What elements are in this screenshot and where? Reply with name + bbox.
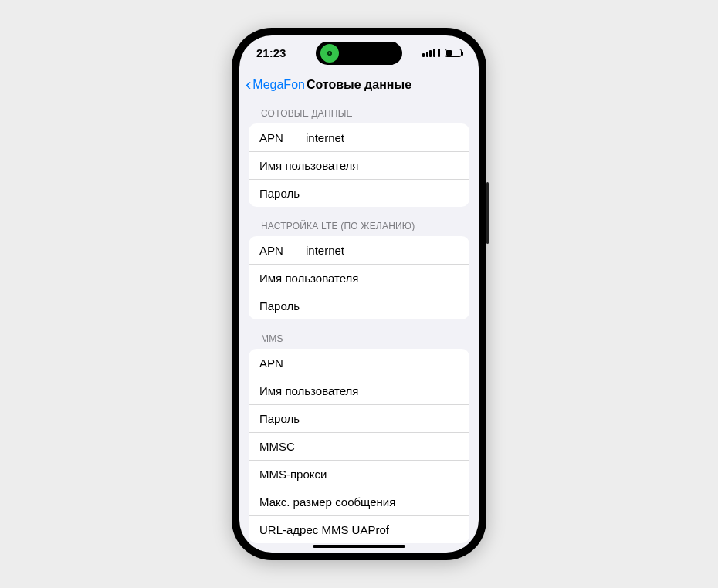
- section-header-mms: MMS: [239, 319, 479, 349]
- row-label: APN: [259, 357, 283, 370]
- row-label: Имя пользователя: [259, 384, 358, 397]
- row-label: MMS-прокси: [259, 468, 327, 481]
- power-button: [486, 182, 489, 244]
- section-header-lte: НАСТРОЙКА LTE (ПО ЖЕЛАНИЮ): [239, 207, 479, 236]
- mms-uaprof-row[interactable]: URL-адрес MMS UAProf: [249, 515, 469, 543]
- nav-bar: ‹ MegaFon Сотовые данные: [239, 69, 479, 100]
- dynamic-island: [316, 42, 402, 65]
- row-value: internet: [306, 131, 344, 144]
- row-label: Пароль: [259, 299, 300, 313]
- row-label: Имя пользователя: [259, 272, 358, 285]
- cellular-password-row[interactable]: Пароль: [249, 179, 469, 207]
- row-label: APN: [259, 131, 306, 144]
- row-label: URL-адрес MMS UAProf: [259, 523, 389, 536]
- mms-maxsize-row[interactable]: Макс. размер сообщения: [249, 488, 469, 515]
- group-mms: APN Имя пользователя Пароль MMSC MMS-про…: [249, 349, 469, 543]
- mms-password-row[interactable]: Пароль: [249, 404, 469, 432]
- signal-icon: !: [422, 49, 440, 57]
- row-label: APN: [259, 244, 306, 257]
- back-button[interactable]: ‹ MegaFon: [246, 76, 305, 93]
- lte-apn-row[interactable]: APN internet: [249, 236, 469, 264]
- group-lte: APN internet Имя пользователя Пароль: [249, 236, 469, 319]
- status-bar: 21:23 !: [239, 35, 479, 69]
- status-time: 21:23: [256, 46, 303, 59]
- row-label: Пароль: [259, 412, 300, 425]
- row-label: Макс. размер сообщения: [259, 495, 395, 509]
- status-right: !: [415, 49, 462, 57]
- row-value: internet: [306, 244, 344, 257]
- row-label: MMSC: [259, 440, 295, 453]
- home-indicator[interactable]: [313, 545, 405, 548]
- mms-mmsc-row[interactable]: MMSC: [249, 432, 469, 460]
- phone-frame: 21:23 ! ‹ MegaFon Сотовые данные: [232, 28, 486, 560]
- lte-username-row[interactable]: Имя пользователя: [249, 264, 469, 292]
- screen: 21:23 ! ‹ MegaFon Сотовые данные: [239, 35, 479, 553]
- chevron-left-icon: ‹: [246, 76, 251, 93]
- cellular-apn-row[interactable]: APN internet: [249, 123, 469, 151]
- cellular-username-row[interactable]: Имя пользователя: [249, 151, 469, 179]
- mms-proxy-row[interactable]: MMS-прокси: [249, 460, 469, 488]
- battery-icon: [445, 49, 462, 57]
- content-scroll[interactable]: СОТОВЫЕ ДАННЫЕ APN internet Имя пользова…: [239, 100, 479, 553]
- row-label: Пароль: [259, 187, 300, 200]
- mms-apn-row[interactable]: APN: [249, 349, 469, 377]
- section-header-cellular: СОТОВЫЕ ДАННЫЕ: [239, 100, 479, 123]
- back-label: MegaFon: [252, 78, 305, 92]
- group-cellular: APN internet Имя пользователя Пароль: [249, 123, 469, 207]
- mms-username-row[interactable]: Имя пользователя: [249, 377, 469, 404]
- row-label: Имя пользователя: [259, 159, 358, 172]
- activity-icon: [320, 44, 339, 63]
- lte-password-row[interactable]: Пароль: [249, 292, 469, 319]
